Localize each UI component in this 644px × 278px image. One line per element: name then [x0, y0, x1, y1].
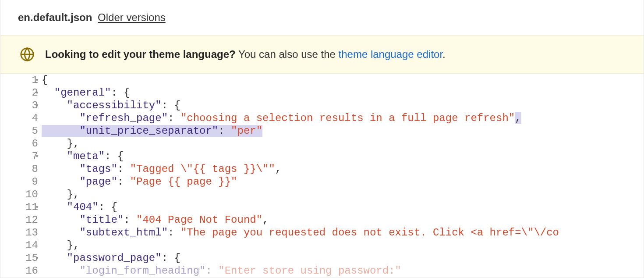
line-number: 5	[0, 125, 38, 137]
line-number-gutter: 1▾2▾3▾4567▾891011▾12131415▾16	[0, 74, 42, 277]
line-number: 11▾	[0, 201, 38, 214]
code-line[interactable]: "tags": "Tagged \"{{ tags }}\"",	[42, 163, 644, 175]
line-number: 6	[0, 137, 38, 150]
line-number: 10	[0, 188, 38, 201]
code-line[interactable]: "accessibility": {	[42, 99, 644, 112]
fold-chevron-icon[interactable]: ▾	[35, 201, 39, 214]
code-line[interactable]: "subtext_html": "The page you requested …	[42, 226, 644, 239]
fold-chevron-icon[interactable]: ▾	[35, 252, 39, 264]
code-line[interactable]: {	[42, 74, 644, 86]
banner-text: Looking to edit your theme language? You…	[45, 48, 446, 61]
code-content[interactable]: { "general": { "accessibility": { "refre…	[42, 74, 644, 277]
line-number: 1▾	[0, 74, 38, 86]
line-number: 3▾	[0, 99, 38, 112]
older-versions-link[interactable]: Older versions	[98, 11, 166, 23]
code-line[interactable]: },	[42, 239, 644, 252]
code-line[interactable]: "unit_price_separator": "per"	[42, 125, 644, 137]
code-line[interactable]: "refresh_page": "choosing a selection re…	[42, 112, 644, 125]
code-line[interactable]: },	[42, 137, 644, 150]
fold-chevron-icon[interactable]: ▾	[35, 86, 39, 99]
code-line[interactable]: "general": {	[42, 86, 644, 99]
fold-chevron-icon[interactable]: ▾	[35, 150, 39, 163]
line-number: 8	[0, 163, 38, 175]
line-number: 16	[0, 264, 38, 277]
file-header: en.default.json Older versions	[0, 0, 644, 35]
line-number: 14	[0, 239, 38, 252]
code-line[interactable]: "password_page": {	[42, 252, 644, 264]
filename: en.default.json	[18, 11, 92, 23]
code-line[interactable]: },	[42, 188, 644, 201]
code-line[interactable]: "meta": {	[42, 150, 644, 163]
line-number: 7▾	[0, 150, 38, 163]
language-edit-banner: Looking to edit your theme language? You…	[0, 35, 644, 74]
fold-chevron-icon[interactable]: ▾	[35, 99, 39, 112]
line-number: 9	[0, 175, 38, 188]
line-number: 13	[0, 226, 38, 239]
line-number: 2▾	[0, 86, 38, 99]
code-line[interactable]: "page": "Page {{ page }}"	[42, 175, 644, 188]
line-number: 15▾	[0, 252, 38, 264]
code-line[interactable]: "login_form_heading": "Enter store using…	[42, 264, 644, 277]
code-line[interactable]: "404": {	[42, 201, 644, 214]
fold-chevron-icon[interactable]: ▾	[35, 74, 39, 86]
line-number: 4	[0, 112, 38, 125]
theme-language-editor-link[interactable]: theme language editor	[339, 48, 443, 60]
code-line[interactable]: "title": "404 Page Not Found",	[42, 214, 644, 226]
code-editor[interactable]: 1▾2▾3▾4567▾891011▾12131415▾16 { "general…	[0, 74, 644, 277]
globe-icon	[20, 47, 35, 62]
line-number: 12	[0, 214, 38, 226]
